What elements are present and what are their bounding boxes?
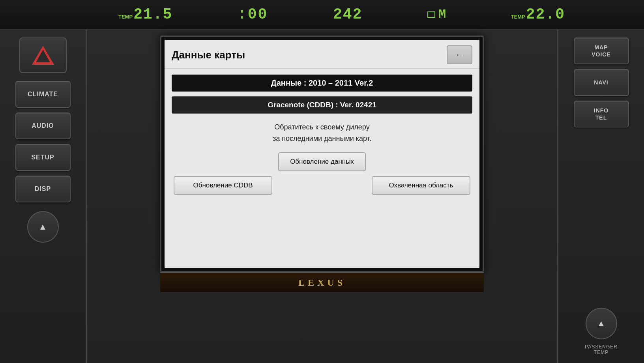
chevron-up-icon: ▲ xyxy=(39,222,47,232)
mode-rect-icon xyxy=(427,11,435,18)
center-temp-value: 242 xyxy=(333,6,362,23)
center-temp-display: 242 xyxy=(333,6,362,23)
dealer-text-line2: за последними данными карт. xyxy=(172,133,472,144)
lexus-brand-bar: LEXUS xyxy=(160,272,484,292)
scroll-up-right-button[interactable]: ▲ xyxy=(586,308,617,339)
covered-area-button[interactable]: Охваченная область xyxy=(372,176,470,195)
scroll-up-left-button[interactable]: ▲ xyxy=(27,211,59,243)
lexus-logo-text: LEXUS xyxy=(298,277,346,288)
screen-header: Данные карты ← xyxy=(165,40,479,69)
data-version-banner: Данные : 2010 – 2011 Ver.2 xyxy=(172,75,472,92)
back-arrow-icon: ← xyxy=(455,50,464,60)
right-panel: MAPVOICE NAVI INFOTEL ▲ PASSENGERTEMP xyxy=(557,30,644,363)
temp-left-value: 21.5 xyxy=(133,6,172,23)
chevron-up-right-icon: ▲ xyxy=(597,318,606,329)
clock-display: :00 xyxy=(238,6,268,23)
update-data-button[interactable]: Обновление данных xyxy=(278,152,366,171)
gracenote-banner: Gracenote (CDDB) : Ver. 02421 xyxy=(172,96,472,114)
info-tel-button[interactable]: INFOTEL xyxy=(574,101,629,127)
dealer-text-line1: Обратитесь к своему дилеру xyxy=(172,122,472,133)
audio-button[interactable]: AUDIO xyxy=(15,112,71,139)
disp-button[interactable]: DISP xyxy=(15,176,71,202)
car-console: TEMP 21.5 :00 242 M TEMP 22.0 CLIMATE AU… xyxy=(0,0,644,363)
climate-button[interactable]: CLIMATE xyxy=(15,81,71,108)
map-voice-label: MAPVOICE xyxy=(592,44,611,58)
navi-button[interactable]: NAVI xyxy=(574,69,629,96)
hazard-triangle-icon xyxy=(32,46,54,65)
temp-left-display: TEMP 21.5 xyxy=(118,6,172,23)
center-area: Данные карты ← Данные : 2010 – 2011 Ver.… xyxy=(87,30,557,363)
info-tel-label: INFOTEL xyxy=(594,107,608,121)
screen-bezel: Данные карты ← Данные : 2010 – 2011 Ver.… xyxy=(160,36,484,272)
temp-right-label: TEMP xyxy=(511,14,525,20)
temp-right-value: 22.0 xyxy=(526,6,565,23)
left-panel: CLIMATE AUDIO SETUP DISP ▲ xyxy=(0,30,87,363)
top-bar: TEMP 21.5 :00 242 M TEMP 22.0 xyxy=(0,0,644,30)
main-screen: Данные карты ← Данные : 2010 – 2011 Ver.… xyxy=(165,40,479,268)
mode-text: M xyxy=(438,7,446,22)
passenger-temp-label: PASSENGERTEMP xyxy=(585,344,618,355)
temp-left-label: TEMP xyxy=(118,14,133,20)
screen-content: Данные : 2010 – 2011 Ver.2 Gracenote (CD… xyxy=(165,69,479,268)
console-body: CLIMATE AUDIO SETUP DISP ▲ Данные карты … xyxy=(0,30,644,363)
hazard-button[interactable] xyxy=(19,37,67,73)
map-voice-button[interactable]: MAPVOICE xyxy=(574,37,629,64)
setup-button[interactable]: SETUP xyxy=(15,144,71,171)
dealer-text: Обратитесь к своему дилеру за последними… xyxy=(172,118,472,148)
screen-title: Данные карты xyxy=(172,49,245,61)
temp-right-display: TEMP 22.0 xyxy=(511,6,565,23)
update-cddb-button[interactable]: Обновление CDDB xyxy=(174,176,272,195)
mode-indicator: M xyxy=(427,7,446,22)
update-data-row: Обновление данных xyxy=(172,152,472,171)
back-button[interactable]: ← xyxy=(447,45,472,64)
bottom-buttons-row: Обновление CDDB Охваченная область xyxy=(172,176,472,195)
